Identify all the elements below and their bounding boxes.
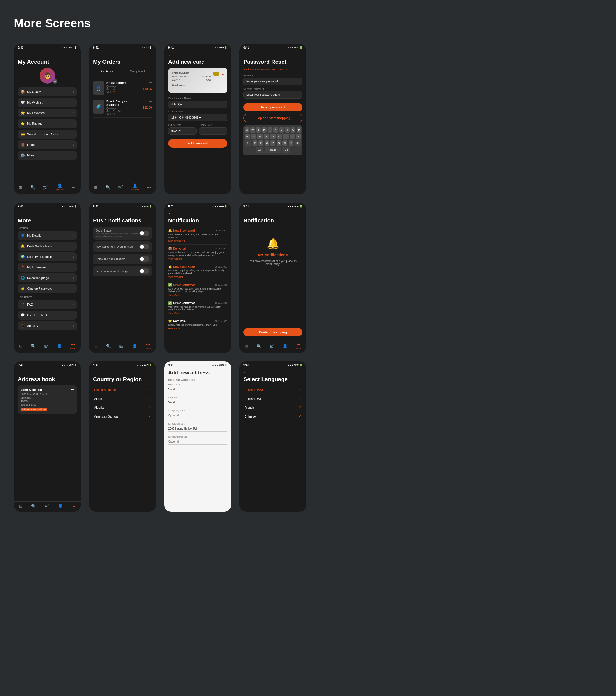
key-go[interactable]: Go	[282, 147, 290, 153]
nav-more[interactable]: •••	[147, 185, 151, 190]
nav-search[interactable]: 🔍	[30, 185, 35, 190]
address-dots[interactable]: •••	[71, 388, 74, 392]
language-chinese[interactable]: Chinese ✓	[243, 412, 302, 421]
nav-more[interactable]: •••More	[296, 342, 301, 350]
add-card-button[interactable]: Add new card	[168, 139, 227, 147]
key-c[interactable]: C	[265, 140, 270, 146]
key-i[interactable]: I	[285, 127, 290, 132]
nav-home[interactable]: ⊞	[94, 344, 98, 348]
menu-item-logout[interactable]: 🚪Logout ›	[18, 140, 77, 149]
nav-search[interactable]: 🔍	[106, 185, 110, 190]
nav-home[interactable]: ⊞	[19, 344, 22, 348]
nav-home[interactable]: ⊞	[19, 185, 22, 190]
toggle-4[interactable]	[139, 268, 149, 274]
nav-search[interactable]: 🔍	[256, 344, 261, 348]
back-arrow[interactable]: ←	[18, 370, 77, 375]
more-my-details[interactable]: 👤My Details ›	[18, 231, 77, 240]
back-arrow[interactable]: ←	[18, 53, 77, 57]
menu-item-payment[interactable]: 💳Saved Payment Cards ›	[18, 130, 77, 139]
nav-home[interactable]: ⊞	[19, 504, 22, 508]
more-about[interactable]: 📱About App ›	[18, 321, 77, 330]
notif-link-2[interactable]: View Orders	[168, 257, 227, 260]
reset-password-button[interactable]: Reset password	[243, 103, 302, 111]
avatar-edit-button[interactable]: ✏	[53, 79, 57, 83]
skip-button[interactable]: Skip and start shopping	[243, 114, 302, 123]
back-arrow[interactable]: ←	[93, 370, 152, 375]
nav-search[interactable]: 🔍	[106, 344, 111, 348]
country-algeria[interactable]: Algeria ✓	[93, 403, 152, 412]
key-k[interactable]: K	[290, 133, 295, 139]
back-arrow[interactable]: ←	[18, 211, 77, 216]
key-x[interactable]: X	[258, 140, 264, 146]
toggle-1[interactable]	[139, 231, 149, 236]
toggle-2[interactable]	[139, 244, 149, 250]
card-holder-input[interactable]: John Qui	[168, 100, 227, 108]
nav-search[interactable]: 🔍	[31, 344, 36, 348]
nav-account[interactable]: 👤Account	[131, 184, 139, 191]
more-language[interactable]: 🌐Select language ›	[18, 273, 77, 282]
nav-account[interactable]: 👤	[58, 504, 63, 508]
back-arrow[interactable]: ←	[168, 53, 227, 57]
country-albania[interactable]: Albania ✓	[93, 394, 152, 403]
language-french[interactable]: French ✓	[243, 403, 302, 412]
nav-home[interactable]: ⊞	[245, 344, 248, 348]
nav-more[interactable]: •••More	[70, 342, 76, 350]
tab-ongoing[interactable]: On Going	[93, 68, 123, 75]
nav-home[interactable]: ⊞	[94, 185, 97, 190]
back-arrow[interactable]: ←	[93, 211, 152, 216]
key-o[interactable]: O	[291, 127, 296, 132]
nav-cart[interactable]: 🛒	[45, 504, 49, 508]
confirm-input[interactable]: Enter your password again	[243, 91, 302, 98]
key-l[interactable]: L	[296, 133, 301, 139]
first-name-input[interactable]	[168, 387, 227, 392]
continue-shopping-button[interactable]: Continue shopping	[243, 328, 302, 336]
key-n[interactable]: N	[282, 140, 287, 146]
nav-cart[interactable]: 🛒	[43, 185, 48, 190]
key-e[interactable]: E	[256, 127, 261, 132]
card-number-input[interactable]: 1234 9594 4943 3942 ••	[168, 114, 227, 121]
country-american-samoa[interactable]: American Samoa ✓	[93, 412, 152, 421]
menu-item-wishlist[interactable]: 🤍My Wishlist ›	[18, 98, 77, 107]
last-name-input[interactable]	[168, 400, 227, 405]
toggle-3[interactable]	[139, 256, 149, 262]
key-t[interactable]: T	[268, 127, 272, 132]
notif-link-4[interactable]: View Orders	[168, 294, 227, 297]
key-z[interactable]: Z	[253, 140, 257, 146]
key-q[interactable]: Q	[244, 127, 249, 132]
menu-item-favorites[interactable]: ⭐My Favorites ›	[18, 109, 77, 117]
more-change-password[interactable]: 🔒Change Password ›	[18, 284, 77, 293]
order-dots-2[interactable]: •••	[148, 100, 152, 104]
key-b[interactable]: B	[277, 140, 282, 146]
key-g[interactable]: G	[270, 133, 275, 139]
key-shift[interactable]: ⬆	[244, 140, 251, 146]
nav-account[interactable]: 👤	[283, 344, 287, 348]
back-arrow[interactable]: ←	[243, 211, 302, 216]
key-d[interactable]: D	[257, 133, 263, 139]
key-w[interactable]: W	[250, 127, 255, 132]
nav-more[interactable]: •••More	[146, 342, 151, 350]
nav-cart[interactable]: 🛒	[118, 185, 123, 190]
key-123[interactable]: 123	[256, 147, 264, 153]
street2-input[interactable]	[168, 439, 227, 445]
country-uk[interactable]: United Kingdom ✓	[93, 385, 152, 394]
tab-completed[interactable]: Completed	[123, 68, 152, 75]
nav-more[interactable]: •••	[71, 504, 76, 508]
back-arrow[interactable]: ←	[168, 211, 227, 216]
nav-account[interactable]: 👤	[57, 344, 62, 348]
more-faq[interactable]: ❓FAQ ›	[18, 300, 77, 309]
key-r[interactable]: R	[262, 127, 267, 132]
password-input[interactable]: Enter your new password	[243, 78, 302, 85]
nav-cart[interactable]: 🛒	[270, 344, 274, 348]
nav-cart[interactable]: 🛒	[44, 344, 49, 348]
key-j[interactable]: J	[283, 133, 288, 139]
back-arrow[interactable]: ←	[243, 53, 302, 57]
key-y[interactable]: Y	[273, 127, 278, 132]
key-m[interactable]: M	[288, 140, 294, 146]
key-u[interactable]: U	[279, 127, 284, 132]
key-a[interactable]: A	[244, 133, 250, 139]
key-backspace[interactable]: ⌫	[294, 140, 301, 146]
company-input[interactable]	[168, 413, 227, 418]
nav-more[interactable]: •••	[72, 185, 76, 190]
notif-link-1[interactable]: Start Shopping	[168, 239, 227, 242]
notif-link-6[interactable]: View Orders	[168, 327, 227, 330]
